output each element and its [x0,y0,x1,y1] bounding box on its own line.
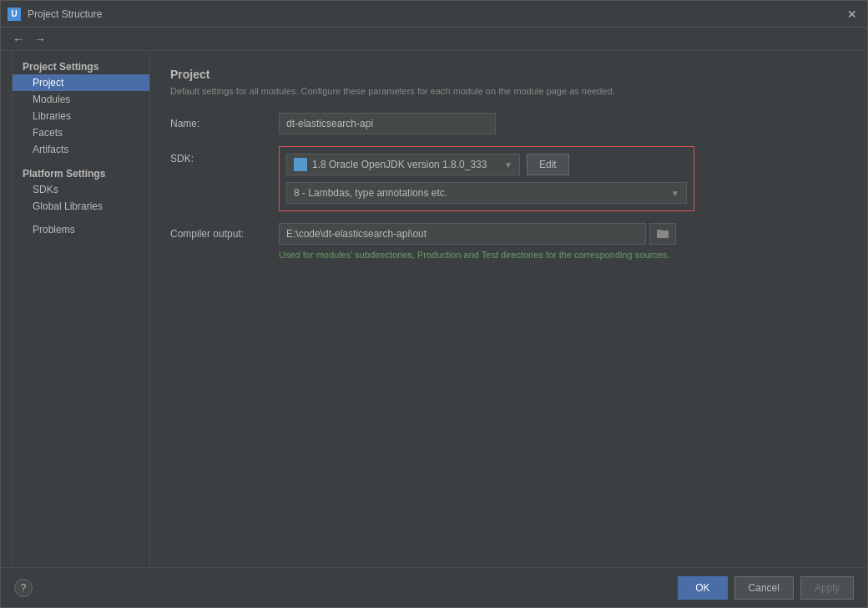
compiler-hint: Used for modules' subdirectories, Produc… [279,250,847,260]
folder-icon [657,228,669,238]
sidebar-item-facets[interactable]: Facets [13,124,149,141]
help-button[interactable]: ? [14,579,33,597]
language-dropdown-arrow: ▼ [671,189,679,198]
footer-left: ? [14,579,671,597]
svg-rect-1 [657,230,662,232]
ok-button[interactable]: OK [678,576,727,600]
language-level-dropdown[interactable]: 8 - Lambdas, type annotations etc. ▼ [286,182,687,204]
compiler-output-row: Compiler output: [170,223,847,245]
sidebar-item-problems[interactable]: Problems [13,221,149,238]
project-settings-label: Project Settings [13,58,149,74]
folder-browse-button[interactable] [649,223,676,245]
content-area: Project Settings Project Modules Librari… [1,51,867,567]
dialog-title: Project Structure [28,8,844,20]
sdk-icon [294,158,307,171]
edit-sdk-button[interactable]: Edit [527,154,569,175]
sidebar-item-libraries[interactable]: Libraries [13,108,149,124]
back-button[interactable]: ← [8,31,29,48]
title-bar: U Project Structure ✕ [1,1,867,28]
sidebar-item-sdks[interactable]: SDKs [13,181,149,198]
name-input[interactable] [279,113,496,134]
sidebar-item-global-libraries[interactable]: Global Libraries [13,198,149,215]
sidebar: Project Settings Project Modules Librari… [13,51,150,567]
sdk-value: 1.8 Oracle OpenJDK version 1.8.0_333 [312,159,501,170]
main-content: Project Default settings for all modules… [150,51,867,567]
sdk-container: 1.8 Oracle OpenJDK version 1.8.0_333 ▼ E… [279,146,694,211]
sidebar-item-modules[interactable]: Modules [13,91,149,108]
project-structure-dialog: U Project Structure ✕ ← → Project Settin… [0,0,868,608]
close-button[interactable]: ✕ [844,6,860,23]
compiler-output-input[interactable] [279,223,646,245]
sdk-row: SDK: 1.8 Oracle OpenJDK version 1.8.0_33… [170,146,847,211]
left-edge [1,51,13,567]
sidebar-item-project[interactable]: Project [13,74,149,91]
nav-bar: ← → [1,28,867,51]
name-row: Name: [170,113,847,134]
apply-button[interactable]: Apply [800,576,854,600]
cancel-button[interactable]: Cancel [734,576,794,600]
sidebar-item-artifacts[interactable]: Artifacts [13,141,149,158]
app-icon: U [8,8,21,21]
sdk-label: SDK: [170,146,279,165]
sdk-dropdown-arrow: ▼ [504,160,512,170]
footer: ? OK Cancel Apply [1,567,867,607]
page-title: Project [170,68,847,81]
sdk-inner-row: 1.8 Oracle OpenJDK version 1.8.0_333 ▼ E… [286,154,687,175]
language-level-row: 8 - Lambdas, type annotations etc. ▼ [286,182,687,204]
forward-button[interactable]: → [29,31,51,48]
name-label: Name: [170,118,279,129]
language-level-value: 8 - Lambdas, type annotations etc. [294,187,668,199]
sdk-dropdown[interactable]: 1.8 Oracle OpenJDK version 1.8.0_333 ▼ [286,154,520,175]
platform-settings-label: Platform Settings [13,165,149,181]
compiler-output-label: Compiler output: [170,228,279,240]
page-description: Default settings for all modules. Config… [170,86,847,96]
